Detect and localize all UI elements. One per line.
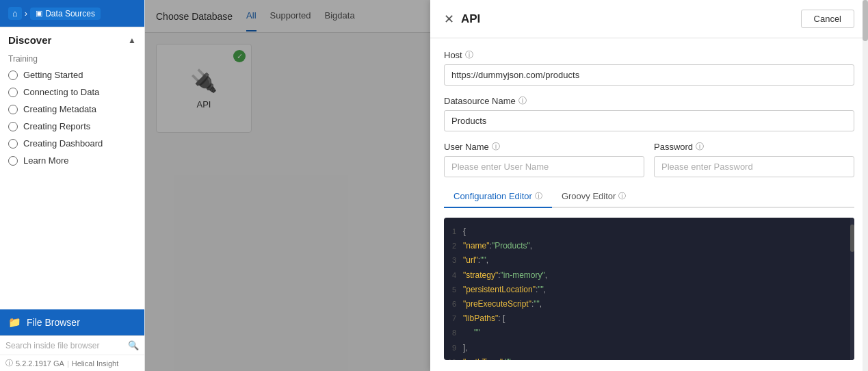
nav-item-label: Getting Started <box>23 70 83 80</box>
password-info-icon[interactable]: ⓘ <box>696 141 704 153</box>
search-input[interactable] <box>5 341 125 350</box>
nav-dot-icon <box>8 156 18 166</box>
code-editor-scrollbar[interactable] <box>850 218 854 360</box>
datasources-breadcrumb[interactable]: ▣ Data Sources <box>30 8 101 20</box>
host-label: Host ⓘ <box>444 49 854 61</box>
sidebar-item-creating-metadata[interactable]: Creating Metadata <box>0 101 144 118</box>
datasource-name-info-icon[interactable]: ⓘ <box>518 95 527 107</box>
nav-dot-icon <box>8 88 18 97</box>
separator: | <box>67 359 69 368</box>
editor-tabs: Configuration Editor ⓘ Groovy Editor ⓘ <box>444 187 854 208</box>
discover-header: Discover ▲ <box>0 34 144 50</box>
sidebar-item-creating-dashboard[interactable]: Creating Dashboard <box>0 135 144 152</box>
code-line-4: 4 "strategy": "in-memory", <box>444 268 854 283</box>
panel-header: ✕ API Cancel <box>430 0 868 38</box>
tab-configuration-editor[interactable]: Configuration Editor ⓘ <box>444 187 552 208</box>
code-editor-scrollbar-thumb[interactable] <box>850 225 854 252</box>
nav-item-label: Creating Metadata <box>23 104 96 114</box>
groovy-editor-info-icon[interactable]: ⓘ <box>618 191 626 201</box>
file-browser-button[interactable]: 📁 File Browser <box>0 309 144 335</box>
sidebar-header: ⌂ › ▣ Data Sources <box>0 0 144 27</box>
file-browser-label: File Browser <box>27 317 80 328</box>
datasource-name-label: Datasource Name ⓘ <box>444 95 854 107</box>
code-line-2: 2 "name": "Products", <box>444 239 854 253</box>
nav-dot-icon <box>8 71 18 80</box>
code-line-7: 7 "libPaths": [ <box>444 311 854 326</box>
username-info-icon[interactable]: ⓘ <box>492 141 500 153</box>
breadcrumb: ⌂ › ▣ Data Sources <box>8 7 101 20</box>
nav-item-label: Creating Reports <box>23 121 90 131</box>
close-button[interactable]: ✕ <box>444 12 454 27</box>
config-editor-info-icon[interactable]: ⓘ <box>535 191 542 201</box>
tab-groovy-editor[interactable]: Groovy Editor ⓘ <box>552 187 635 208</box>
db-icon: ▣ <box>36 9 42 18</box>
version-label: 5.2.2.1917 GA <box>16 359 64 368</box>
panel-header-left: ✕ API <box>444 12 480 27</box>
folder-icon: 📁 <box>8 316 21 329</box>
nav-item-label: Connecting to Data <box>23 87 99 97</box>
credentials-row: User Name ⓘ Password ⓘ <box>444 141 854 177</box>
datasource-name-field-group: Datasource Name ⓘ <box>444 95 854 131</box>
code-line-3: 3 "url": "", <box>444 253 854 268</box>
password-field-group: Password ⓘ <box>654 141 854 177</box>
api-panel: ✕ API Cancel Host ⓘ Datasource Name ⓘ <box>430 0 868 371</box>
discover-label: Discover <box>8 34 51 46</box>
datasource-name-input[interactable] <box>444 110 854 131</box>
code-line-8: 8 "" <box>444 326 854 340</box>
host-input[interactable] <box>444 64 854 86</box>
sidebar-item-learn-more[interactable]: Learn More <box>0 152 144 169</box>
host-info-icon[interactable]: ⓘ <box>465 49 473 61</box>
panel-body: Host ⓘ Datasource Name ⓘ User Name ⓘ <box>430 38 868 371</box>
panel-title: API <box>461 12 480 26</box>
training-label: Training <box>0 50 144 66</box>
sidebar-item-connecting-to-data[interactable]: Connecting to Data <box>0 84 144 101</box>
panel-scrollbar-track[interactable] <box>863 0 868 371</box>
code-line-5: 5 "persistentLocation": "", <box>444 283 854 297</box>
panel-scrollbar-thumb[interactable] <box>863 0 868 41</box>
code-line-6: 6 "preExecuteScript": "", <box>444 297 854 311</box>
host-field-group: Host ⓘ <box>444 49 854 86</box>
breadcrumb-arrow: › <box>25 8 27 18</box>
info-icon: ⓘ <box>5 358 13 368</box>
nav-item-label: Creating Dashboard <box>23 138 103 149</box>
username-label: User Name ⓘ <box>444 141 644 153</box>
search-icon[interactable]: 🔍 <box>128 340 139 350</box>
home-icon[interactable]: ⌂ <box>8 7 22 20</box>
password-input[interactable] <box>654 156 854 177</box>
sidebar-item-getting-started[interactable]: Getting Started <box>0 66 144 84</box>
nav-dot-icon <box>8 105 18 114</box>
username-input[interactable] <box>444 156 644 177</box>
username-field-group: User Name ⓘ <box>444 141 644 177</box>
sidebar-item-creating-reports[interactable]: Creating Reports <box>0 118 144 135</box>
collapse-icon[interactable]: ▲ <box>128 36 136 45</box>
sidebar: ⌂ › ▣ Data Sources Discover ▲ Training G… <box>0 0 145 371</box>
nav-item-label: Learn More <box>23 155 68 166</box>
code-line-1: 1 { <box>444 225 854 239</box>
discover-section: Discover ▲ Training Getting Started Conn… <box>0 27 144 172</box>
nav-dot-icon <box>8 139 18 149</box>
code-editor[interactable]: 1 { 2 "name": "Products", 3 "url": "", 4… <box>444 218 854 360</box>
code-line-9: 9 ], <box>444 341 854 355</box>
main-content: Choose Database All Supported Bigdata ✓ … <box>145 0 868 371</box>
code-line-10: 10 "authType": "" <box>444 355 854 360</box>
file-browser-search-row: 🔍 <box>0 335 144 355</box>
cancel-button[interactable]: Cancel <box>801 10 854 28</box>
password-label: Password ⓘ <box>654 141 854 153</box>
nav-dot-icon <box>8 122 18 131</box>
helical-label: Helical Insight <box>72 359 118 368</box>
version-row: ⓘ 5.2.2.1917 GA | Helical Insight <box>0 355 144 371</box>
